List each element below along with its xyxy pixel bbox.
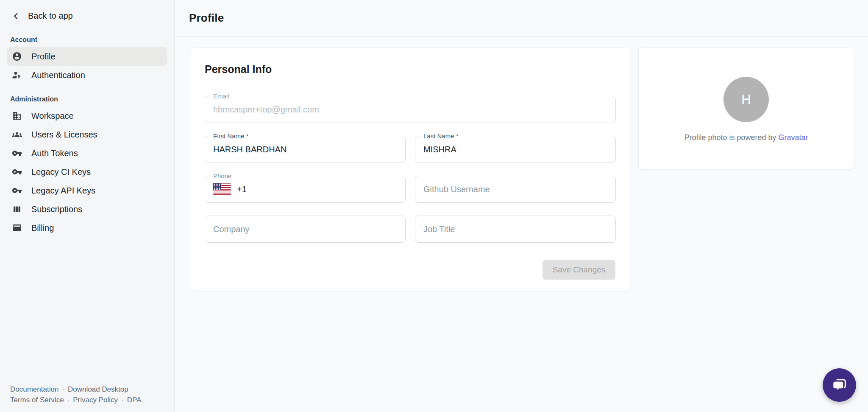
personal-info-card: Personal Info Email First Name * Last Na… [190, 48, 630, 291]
section-title-administration: Administration [10, 95, 174, 103]
back-to-app-label: Back to app [28, 11, 73, 21]
sidebar-item-workspace[interactable]: Workspace [7, 107, 167, 125]
footer-links-line: Documentation·Download Desktop [10, 384, 141, 395]
last-name-field[interactable]: Last Name * [415, 136, 616, 163]
page-title: Profile [189, 11, 224, 25]
personal-info-form: Email First Name * Last Name * Phone +1 [205, 96, 615, 243]
person-key-icon [12, 70, 22, 80]
job-title-input[interactable] [423, 224, 607, 234]
gravatar-link[interactable]: Gravatar [779, 133, 808, 142]
sidebar-nav: AccountProfileAuthenticationAdministrati… [0, 36, 174, 237]
job-title-field[interactable] [415, 216, 616, 243]
key-icon [12, 167, 22, 177]
group-icon [12, 129, 22, 140]
key-icon [12, 148, 22, 158]
sidebar-item-label: Legacy CI Keys [31, 167, 91, 177]
footer-links-line: Terms of Service·Privacy Policy·DPA [10, 395, 141, 405]
gravatar-caption-text: Profile photo is powered by [684, 133, 778, 142]
github-username-input[interactable] [423, 185, 607, 194]
last-name-label: Last Name * [421, 132, 461, 140]
sidebar-item-label: Legacy API Keys [31, 186, 95, 196]
phone-dial-code: +1 [237, 185, 247, 194]
chevron-left-icon [11, 11, 21, 21]
footer-link-terms-of-service[interactable]: Terms of Service [10, 396, 64, 404]
section-title-account: Account [10, 36, 174, 44]
us-flag-icon[interactable] [213, 183, 231, 195]
sidebar-item-auth-tokens[interactable]: Auth Tokens [7, 144, 167, 163]
save-row: Save Changes [205, 260, 615, 280]
first-name-field[interactable]: First Name * [205, 136, 406, 163]
footer-link-documentation[interactable]: Documentation [10, 385, 58, 393]
last-name-input[interactable] [423, 145, 607, 154]
chat-launcher-button[interactable] [823, 368, 856, 402]
phone-input[interactable] [251, 185, 397, 194]
building-icon [12, 111, 22, 121]
sidebar-item-users-licenses[interactable]: Users & Licenses [7, 125, 167, 144]
sidebar-footer: Documentation·Download DesktopTerms of S… [10, 384, 141, 405]
email-input [213, 105, 607, 115]
avatar-letter: H [741, 92, 751, 107]
sidebar-item-legacy-api-keys[interactable]: Legacy API Keys [7, 181, 167, 200]
personal-info-title: Personal Info [205, 63, 615, 76]
footer-link-privacy-policy[interactable]: Privacy Policy [73, 396, 118, 404]
avatar: H [723, 77, 769, 122]
sidebar-item-label: Users & Licenses [31, 130, 97, 140]
email-label: Email [211, 92, 231, 100]
company-input[interactable] [213, 224, 397, 234]
sidebar-item-legacy-ci-keys[interactable]: Legacy CI Keys [7, 163, 167, 181]
account-circle-icon [12, 51, 22, 62]
sidebar-item-label: Subscriptions [31, 205, 82, 214]
footer-separator: · [121, 396, 124, 404]
first-name-label: First Name * [211, 132, 250, 140]
gravatar-card: H Profile photo is powered by Gravatar [638, 48, 854, 170]
footer-separator: · [67, 396, 70, 404]
sidebar-item-label: Profile [31, 52, 56, 62]
github-username-field[interactable] [415, 176, 616, 203]
sidebar-item-label: Auth Tokens [31, 149, 78, 158]
sidebar: Back to app AccountProfileAuthentication… [0, 0, 175, 412]
sidebar-item-label: Billing [31, 223, 54, 233]
credit-card-icon [12, 223, 22, 233]
main-area: Profile Personal Info Email First Name *… [175, 0, 868, 412]
footer-link-dpa[interactable]: DPA [127, 396, 142, 404]
company-field[interactable] [205, 216, 406, 243]
sidebar-item-billing[interactable]: Billing [7, 219, 167, 237]
phone-label: Phone [211, 172, 234, 180]
gravatar-caption: Profile photo is powered by Gravatar [684, 133, 808, 142]
content: Personal Info Email First Name * Last Na… [175, 36, 868, 291]
sidebar-item-label: Workspace [31, 111, 74, 121]
sidebar-item-authentication[interactable]: Authentication [7, 66, 167, 84]
key-icon [12, 185, 22, 196]
chat-bubbles-icon [831, 376, 849, 394]
page-header: Profile [175, 0, 868, 36]
bars-icon [12, 204, 22, 214]
save-changes-button[interactable]: Save Changes [542, 260, 615, 280]
sidebar-item-subscriptions[interactable]: Subscriptions [7, 200, 167, 219]
back-to-app-button[interactable]: Back to app [11, 11, 174, 21]
first-name-input[interactable] [213, 145, 397, 154]
email-field: Email [205, 96, 616, 123]
footer-link-download-desktop[interactable]: Download Desktop [68, 385, 128, 393]
sidebar-item-profile[interactable]: Profile [7, 47, 167, 66]
phone-field[interactable]: Phone +1 [205, 176, 406, 203]
sidebar-item-label: Authentication [31, 70, 85, 80]
footer-separator: · [62, 385, 64, 393]
